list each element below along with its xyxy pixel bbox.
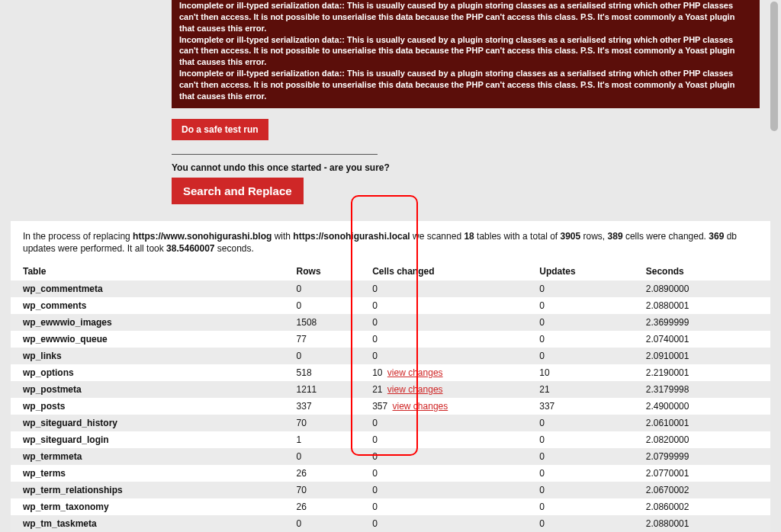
- cell-rows: 1508: [284, 314, 361, 331]
- cell-cells-changed: 0: [360, 415, 527, 431]
- cell-cells-changed: 0: [360, 348, 527, 364]
- cell-rows: 0: [284, 448, 361, 465]
- table-row: wp_siteguard_history70002.0610001: [11, 415, 770, 431]
- cell-seconds: 2.0880001: [634, 297, 770, 314]
- table-row: wp_postmeta121121 view changes212.317999…: [11, 381, 770, 398]
- cell-seconds: 2.0890000: [634, 280, 770, 297]
- cell-table-name: wp_siteguard_history: [11, 415, 284, 431]
- results-summary: In the process of replacing https://www.…: [11, 230, 770, 262]
- cell-table-name: wp_terms: [11, 465, 284, 482]
- cell-table-name: wp_posts: [11, 398, 284, 415]
- view-changes-link[interactable]: view changes: [387, 384, 443, 395]
- cell-cells-changed: 0: [360, 431, 527, 448]
- cell-rows: 337: [284, 398, 361, 415]
- cell-cells-changed: 10 view changes: [360, 364, 527, 381]
- cell-updates: 0: [527, 431, 633, 448]
- cell-rows: 0: [284, 348, 361, 364]
- cell-rows: 26: [284, 498, 361, 515]
- cell-updates: 10: [527, 364, 633, 381]
- col-header-table: Table: [11, 262, 284, 280]
- serialization-error-box: Incomplete or ill-typed serialization da…: [172, 0, 760, 108]
- cell-cells-changed: 0: [360, 448, 527, 465]
- cell-seconds: 2.0610001: [634, 415, 770, 431]
- cell-table-name: wp_termmeta: [11, 448, 284, 465]
- table-row: wp_termmeta0002.0799999: [11, 448, 770, 465]
- cell-cells-changed: 0: [360, 515, 527, 532]
- cell-table-name: wp_siteguard_login: [11, 431, 284, 448]
- cell-rows: 1: [284, 431, 361, 448]
- table-row: wp_posts337357 view changes3372.4900000: [11, 398, 770, 415]
- cell-cells-changed: 0: [360, 314, 527, 331]
- cell-cells-changed: 0: [360, 280, 527, 297]
- table-row: wp_options51810 view changes102.2190001: [11, 364, 770, 381]
- table-row: wp_ewwwio_images1508002.3699999: [11, 314, 770, 331]
- cell-seconds: 2.4900000: [634, 398, 770, 415]
- cell-seconds: 2.0910001: [634, 348, 770, 364]
- cell-seconds: 2.3179998: [634, 381, 770, 398]
- table-row: wp_term_relationships70002.0670002: [11, 482, 770, 498]
- scrollbar-thumb[interactable]: [770, 2, 778, 131]
- cell-updates: 0: [527, 331, 633, 348]
- cell-cells-changed: 357 view changes: [360, 398, 527, 415]
- scrollbar[interactable]: [769, 0, 779, 532]
- cell-rows: 518: [284, 364, 361, 381]
- cell-seconds: 2.2190001: [634, 364, 770, 381]
- cell-seconds: 2.0670002: [634, 482, 770, 498]
- view-changes-link[interactable]: view changes: [387, 367, 443, 378]
- table-row: wp_comments0002.0880001: [11, 297, 770, 314]
- cell-table-name: wp_links: [11, 348, 284, 364]
- cell-rows: 1211: [284, 381, 361, 398]
- cell-table-name: wp_ewwwio_images: [11, 314, 284, 331]
- table-row: wp_commentmeta0002.0890000: [11, 280, 770, 297]
- cell-table-name: wp_term_taxonomy: [11, 498, 284, 515]
- cell-cells-changed: 0: [360, 498, 527, 515]
- cell-seconds: 2.0799999: [634, 448, 770, 465]
- view-changes-link[interactable]: view changes: [393, 401, 448, 412]
- cell-table-name: wp_tm_taskmeta: [11, 515, 284, 532]
- cell-table-name: wp_commentmeta: [11, 280, 284, 297]
- cell-rows: 0: [284, 297, 361, 314]
- cell-updates: 0: [527, 280, 633, 297]
- cell-rows: 70: [284, 415, 361, 431]
- cell-updates: 0: [527, 448, 633, 465]
- cell-seconds: 2.3699999: [634, 314, 770, 331]
- results-panel: In the process of replacing https://www.…: [11, 221, 770, 532]
- error-line: Incomplete or ill-typed serialization da…: [179, 0, 752, 34]
- cell-cells-changed: 0: [360, 297, 527, 314]
- cell-seconds: 2.0880001: [634, 515, 770, 532]
- table-row: wp_links0002.0910001: [11, 348, 770, 364]
- cell-rows: 0: [284, 515, 361, 532]
- cell-updates: 0: [527, 348, 633, 364]
- cell-table-name: wp_ewwwio_queue: [11, 331, 284, 348]
- safe-test-run-button[interactable]: Do a safe test run: [172, 119, 268, 140]
- col-header-seconds: Seconds: [634, 262, 770, 280]
- cell-cells-changed: 0: [360, 482, 527, 498]
- table-header: Table Rows Cells changed Updates Seconds: [11, 262, 770, 280]
- cell-updates: 337: [527, 398, 633, 415]
- table-row: wp_ewwwio_queue77002.0740001: [11, 331, 770, 348]
- cell-cells-changed: 0: [360, 465, 527, 482]
- cell-table-name: wp_postmeta: [11, 381, 284, 398]
- cell-seconds: 2.0770001: [634, 465, 770, 482]
- cell-updates: 0: [527, 498, 633, 515]
- cell-cells-changed: 21 view changes: [360, 381, 527, 398]
- cell-updates: 0: [527, 465, 633, 482]
- cell-rows: 0: [284, 280, 361, 297]
- cell-seconds: 2.0860002: [634, 498, 770, 515]
- table-row: wp_siteguard_login1002.0820000: [11, 431, 770, 448]
- results-table: Table Rows Cells changed Updates Seconds…: [11, 262, 770, 532]
- cell-rows: 26: [284, 465, 361, 482]
- cell-seconds: 2.0820000: [634, 431, 770, 448]
- cell-table-name: wp_term_relationships: [11, 482, 284, 498]
- table-row: wp_term_taxonomy26002.0860002: [11, 498, 770, 515]
- error-line: Incomplete or ill-typed serialization da…: [179, 34, 752, 69]
- undo-warning-text: You cannot undo this once started - are …: [172, 162, 770, 173]
- cell-cells-changed: 0: [360, 331, 527, 348]
- search-and-replace-button[interactable]: Search and Replace: [172, 178, 304, 204]
- col-header-rows: Rows: [284, 262, 361, 280]
- table-row: wp_tm_taskmeta0002.0880001: [11, 515, 770, 532]
- cell-rows: 77: [284, 331, 361, 348]
- divider: [172, 154, 378, 155]
- col-header-cells: Cells changed: [360, 262, 527, 280]
- cell-rows: 70: [284, 482, 361, 498]
